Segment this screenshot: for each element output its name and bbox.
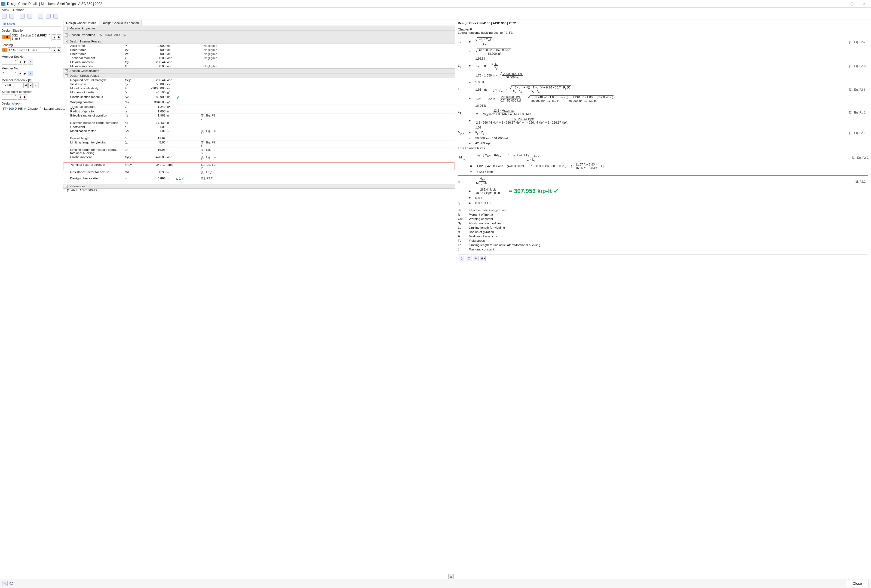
design-check-ratio-label: Design check ratio — [70, 177, 125, 181]
symbol-row: LpLimiting length for yielding — [458, 225, 868, 230]
table-row: Shear forceVy0.000kipNegligible — [63, 48, 455, 52]
left-panel: To Show Design Situation 2.3 DS2 - Secti… — [0, 20, 63, 581]
table-row: Warping constantCw3040.00in⁶ — [63, 100, 455, 105]
table-row: Limiting length for inelastic lateral-to… — [63, 148, 455, 155]
memberno-pick-icon[interactable]: ⌖ — [28, 71, 33, 76]
collapse-icon[interactable]: − — [65, 40, 68, 43]
memberloc-prev[interactable]: ◀ — [23, 82, 28, 88]
loading-next-button[interactable]: ▶ — [57, 47, 61, 53]
table-row: Limiting length for yieldingLp5.83ft[1],… — [63, 141, 455, 148]
close-button[interactable]: Close — [846, 580, 869, 581]
section-section-properties[interactable]: Section Properties — [69, 33, 95, 36]
table-row: Moment of inertiaIz40.100in⁴ — [63, 90, 455, 95]
loading-select[interactable]: CO6 - 1.20D + 1.60L˅ — [7, 47, 51, 53]
memberno-select[interactable]: 1˅ — [1, 71, 17, 76]
check-icon: ✔ — [24, 107, 26, 111]
memberset-next[interactable]: ▶ — [23, 59, 27, 64]
left-header: To Show — [1, 21, 61, 27]
table-row: Yield stressFy50.000ksi — [63, 82, 455, 86]
symbol-row: JTorsional constant — [458, 247, 868, 251]
stresspoint-next[interactable]: ▶ — [23, 94, 27, 100]
table-row: Required flexural strengthMr,y266.44kipf… — [63, 78, 455, 82]
menu-options[interactable]: Options — [13, 8, 24, 12]
tool-icon-2[interactable] — [9, 13, 14, 18]
symbol-row: SyElastic section modulus — [458, 221, 868, 225]
maximize-button[interactable]: ▢ — [846, 0, 858, 7]
symbol-row: CwWarping constant — [458, 217, 868, 221]
memberno-prev[interactable]: ◀ — [18, 71, 22, 76]
symbol-row: rzRadius of gyration — [458, 230, 868, 234]
right-tool-1[interactable]: ⎙ — [459, 256, 464, 261]
calc-subtitle: Lateral-torsional buckling acc. to F2, F… — [458, 31, 868, 34]
memberloc-next[interactable]: ▶ — [28, 82, 33, 88]
section-references[interactable]: References — [69, 184, 85, 188]
right-tool-2[interactable]: ≣ — [466, 256, 471, 261]
stresspoint-prev[interactable]: ◀ — [18, 94, 22, 100]
section-internal-forces[interactable]: Design Internal Forces — [69, 40, 101, 43]
memberset-select[interactable]: -- ˅ — [1, 59, 17, 64]
symbol-row: rtsEffective radius of gyration — [458, 208, 868, 212]
ds-prev-button[interactable]: ◀ — [52, 34, 56, 40]
symbol-row: FyYield stress — [458, 238, 868, 243]
symbol-row: IzMoment of inertia — [458, 212, 868, 217]
tab-details[interactable]: Design Check Details — [63, 20, 99, 25]
loading-badge: 2 — [1, 48, 7, 52]
mn-equation-highlight: [1], Eq. F2-2 Mn,y= Cb · [ Mp,y − (Mp,y … — [458, 151, 868, 176]
table-row: Effective radius of gyrationrts1.982in[1… — [63, 114, 455, 121]
tool-icon-3[interactable] — [20, 13, 25, 18]
tool-icon-6[interactable] — [46, 13, 51, 18]
tool-icon-7[interactable] — [53, 13, 58, 18]
memberloc-xi-icon: xᵢ — [33, 82, 39, 88]
section-classification[interactable]: Section Classification — [69, 69, 99, 72]
symbol-row: EModulus of elasticity — [458, 234, 868, 238]
right-panel: Design Check FF4100 | AISC 360 | 2022 Ch… — [455, 20, 871, 581]
right-tool-3[interactable]: ✎ — [473, 256, 479, 261]
tab-location[interactable]: Design Checks in Location — [99, 20, 142, 25]
expand-icon[interactable]: + — [65, 33, 68, 36]
right-tool-print[interactable]: 🖶▾ — [480, 256, 486, 261]
symbol-row: LrLimiting length for inelastic lateral-… — [458, 243, 868, 247]
ds-next-button[interactable]: ▶ — [57, 34, 61, 40]
close-window-button[interactable]: ✕ — [858, 0, 870, 7]
table-row: Resistance factor for flexureΦb0.90--[1]… — [63, 170, 455, 174]
memberset-prev[interactable]: ◀ — [18, 59, 22, 64]
handwritten-annotation: = 307.953 kip-ft ✔ — [509, 187, 558, 195]
table-row: Torsional momentT0.00kipftNegligible — [63, 56, 455, 60]
loading-label: Loading — [1, 43, 61, 46]
design-situation-select[interactable]: DS2 - Section 2.3 (LRFD), 1. to 5.˅ — [10, 33, 51, 41]
titlebar: Design Check Details | Members | Steel D… — [0, 0, 871, 7]
expand-icon[interactable]: + — [65, 27, 68, 30]
minimize-button[interactable]: — — [834, 0, 846, 7]
expand-icon[interactable]: + — [65, 69, 68, 72]
memberloc-select[interactable]: 17.50˅ — [1, 82, 23, 88]
window-title: Design Check Details | Members | Steel D… — [7, 2, 102, 6]
stresspoint-select[interactable]: -- ˅ — [1, 94, 17, 100]
memberset-pick-icon[interactable]: ⌖ — [28, 59, 33, 64]
table-row: Elastic section modulusSy88.900in³✔ — [63, 95, 455, 100]
memberno-label: Member No. — [1, 67, 61, 70]
table-row: Coefficientc1.00-- — [63, 125, 455, 129]
memberno-next[interactable]: ▶ — [23, 71, 27, 76]
table-row: Axial forceP0.000kipNegligible — [63, 44, 455, 48]
table-row: Flexural momentMy266.44kipft — [63, 60, 455, 64]
tool-icon-4[interactable] — [27, 13, 32, 18]
table-row: Plastic momentMp,y420.83kipft[1], Eq. F2… — [63, 155, 455, 163]
menu-view[interactable]: View — [2, 8, 9, 12]
table-row: Distance between flange centroidsho17.43… — [63, 121, 455, 125]
check-icon: ✔ — [181, 177, 184, 180]
designcheck-label: Design check — [1, 102, 61, 105]
table-row: Shear forceVz0.000kipNegligible — [63, 52, 455, 56]
designcheck-select[interactable]: FF4100 0.865 ✔ Chapter F | Lateral-torsi… — [1, 106, 69, 111]
memberset-label: Member Set No. — [1, 55, 61, 58]
section-design-check-values[interactable]: Design Check Values — [69, 74, 99, 77]
table-row: Modulus of elasticityE29000.000ksi — [63, 86, 455, 90]
reference-item: [1] ANSI/AISC 360-22 — [63, 189, 455, 192]
loading-prev-button[interactable]: ◀ — [52, 47, 56, 53]
collapse-icon[interactable]: − — [65, 74, 68, 77]
section-material-properties[interactable]: Material Properties — [69, 27, 96, 30]
tool-icon-5[interactable] — [38, 13, 43, 18]
menubar: View Options — [0, 7, 871, 13]
tool-icon-1[interactable] — [1, 13, 6, 18]
collapse-icon[interactable]: − — [65, 185, 68, 188]
memberloc-label: Member location x [ft] — [1, 78, 61, 82]
